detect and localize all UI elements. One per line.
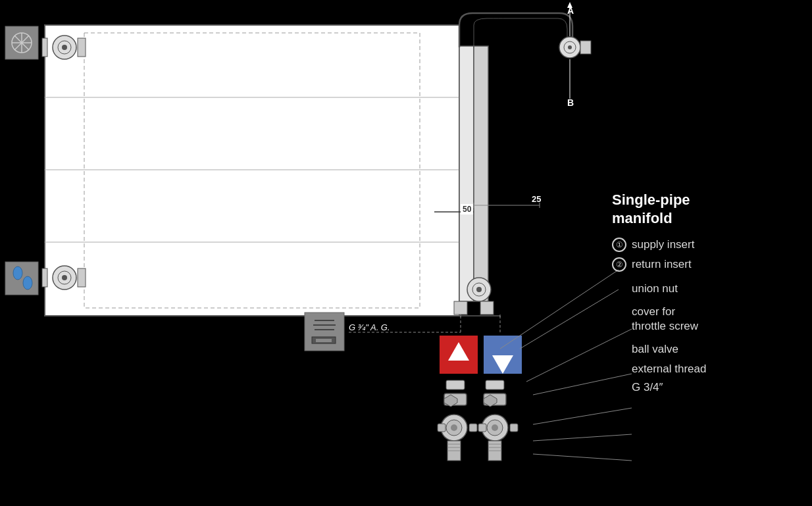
item5-text: ball valve: [632, 343, 678, 355]
svg-rect-38: [312, 337, 336, 343]
svg-point-52: [451, 424, 457, 431]
svg-line-73: [14, 36, 29, 50]
item-cover: cover for throttle screw: [632, 305, 803, 334]
item1-num: ①: [612, 238, 626, 252]
dimension-50: 50: [461, 204, 473, 215]
svg-marker-49: [484, 395, 497, 407]
svg-point-6: [58, 41, 71, 54]
svg-rect-56: [438, 424, 445, 432]
svg-rect-28: [480, 301, 494, 315]
svg-rect-59: [510, 424, 518, 432]
svg-rect-45: [486, 380, 504, 390]
svg-line-72: [14, 36, 29, 50]
svg-point-7: [62, 45, 67, 50]
item4-text: cover for throttle screw: [632, 305, 698, 332]
svg-rect-1: [84, 33, 420, 308]
svg-rect-57: [469, 424, 477, 432]
svg-rect-34: [305, 313, 344, 351]
svg-line-78: [520, 290, 619, 349]
svg-point-54: [487, 420, 503, 436]
svg-point-25: [472, 283, 486, 296]
svg-rect-16: [474, 46, 488, 301]
svg-marker-48: [444, 395, 457, 407]
svg-point-55: [492, 424, 498, 431]
svg-point-5: [53, 36, 76, 59]
svg-rect-58: [478, 424, 486, 432]
label-a: A: [567, 5, 574, 16]
svg-rect-8: [42, 38, 47, 57]
panel-title: Single-pipe manifold: [612, 191, 803, 227]
svg-rect-20: [580, 41, 591, 54]
item-g34: G 3/4″: [632, 381, 803, 394]
svg-rect-39: [316, 339, 332, 342]
svg-rect-27: [454, 301, 467, 315]
svg-line-81: [533, 408, 632, 424]
svg-rect-47: [484, 393, 506, 405]
svg-point-26: [476, 287, 482, 292]
svg-rect-14: [78, 268, 86, 287]
item-return: ② return insert: [612, 257, 803, 272]
item1-text: supply insert: [632, 238, 694, 251]
svg-rect-46: [444, 393, 467, 405]
item-union-nut: union nut: [632, 282, 803, 295]
item7-text: G 3/4″: [632, 381, 663, 393]
thread-label: G ³⁄₄" A. G.: [349, 322, 390, 332]
svg-point-19: [568, 45, 572, 49]
return-button[interactable]: [484, 336, 522, 374]
svg-rect-9: [78, 38, 86, 57]
svg-rect-61: [488, 441, 501, 461]
svg-rect-74: [5, 262, 38, 295]
item-supply: ① supply insert: [612, 238, 803, 252]
svg-line-83: [533, 454, 632, 461]
svg-point-75: [13, 266, 22, 280]
item-external-thread: external thread: [632, 363, 803, 376]
svg-point-18: [564, 41, 576, 53]
svg-point-50: [441, 415, 467, 441]
svg-point-51: [446, 420, 462, 436]
svg-point-12: [62, 275, 67, 280]
svg-point-24: [467, 278, 491, 301]
item6-text: external thread: [632, 363, 706, 375]
svg-point-11: [58, 271, 71, 284]
svg-point-10: [53, 266, 76, 290]
item3-text: union nut: [632, 282, 678, 295]
label-b: B: [567, 97, 574, 108]
svg-point-69: [12, 33, 32, 53]
item2-text: return insert: [632, 258, 692, 271]
svg-point-53: [482, 415, 508, 441]
svg-rect-13: [42, 268, 47, 287]
svg-rect-0: [45, 25, 459, 316]
svg-rect-15: [459, 46, 474, 301]
svg-rect-44: [446, 380, 465, 390]
svg-point-17: [559, 37, 580, 58]
svg-line-82: [533, 434, 632, 441]
item-ball-valve: ball valve: [632, 343, 803, 356]
dimension-25: 25: [532, 194, 541, 204]
svg-point-76: [23, 276, 32, 290]
supply-button[interactable]: [440, 336, 478, 374]
item2-num: ②: [612, 257, 626, 272]
svg-rect-68: [5, 26, 38, 59]
info-panel: Single-pipe manifold ① supply insert ② r…: [612, 191, 803, 394]
svg-rect-60: [447, 441, 461, 461]
